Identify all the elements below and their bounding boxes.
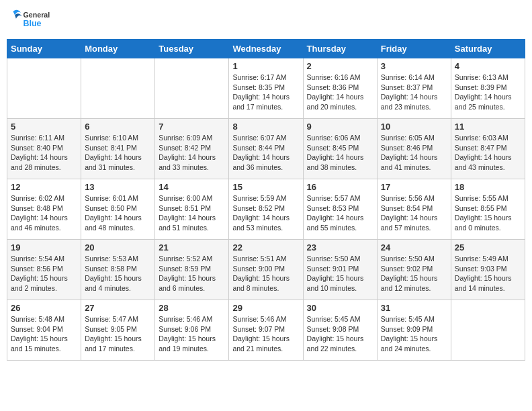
week-row-1: 1Sunrise: 6:17 AM Sunset: 8:35 PM Daylig… (7, 58, 525, 119)
day-number: 25 (455, 242, 521, 253)
day-info: Sunrise: 6:11 AM Sunset: 8:40 PM Dayligh… (11, 133, 77, 173)
week-row-4: 19Sunrise: 5:54 AM Sunset: 8:56 PM Dayli… (7, 240, 525, 300)
day-number: 23 (307, 242, 373, 253)
day-cell: 20Sunrise: 5:53 AM Sunset: 8:58 PM Dayli… (81, 240, 155, 300)
day-cell: 8Sunrise: 6:07 AM Sunset: 8:44 PM Daylig… (229, 119, 303, 179)
day-number: 30 (307, 303, 373, 313)
day-cell: 28Sunrise: 5:46 AM Sunset: 9:06 PM Dayli… (155, 300, 229, 361)
day-info: Sunrise: 5:54 AM Sunset: 8:56 PM Dayligh… (11, 254, 77, 293)
day-info: Sunrise: 5:47 AM Sunset: 9:05 PM Dayligh… (85, 314, 151, 354)
day-info: Sunrise: 6:03 AM Sunset: 8:47 PM Dayligh… (455, 133, 521, 173)
day-cell: 10Sunrise: 6:05 AM Sunset: 8:46 PM Dayli… (377, 119, 451, 179)
day-cell (451, 300, 525, 361)
week-row-2: 5Sunrise: 6:11 AM Sunset: 8:40 PM Daylig… (7, 119, 525, 179)
column-header-thursday: Thursday (303, 40, 377, 58)
day-info: Sunrise: 5:53 AM Sunset: 8:58 PM Dayligh… (85, 254, 151, 293)
day-number: 3 (381, 61, 447, 71)
day-info: Sunrise: 5:55 AM Sunset: 8:55 PM Dayligh… (455, 193, 521, 233)
day-info: Sunrise: 6:17 AM Sunset: 8:35 PM Dayligh… (232, 73, 299, 112)
day-number: 6 (85, 122, 151, 132)
day-number: 26 (11, 303, 77, 313)
day-number: 4 (455, 61, 521, 71)
day-cell (81, 58, 155, 119)
day-cell (155, 58, 229, 119)
svg-text:Blue: Blue (24, 19, 42, 28)
day-cell: 12Sunrise: 6:02 AM Sunset: 8:48 PM Dayli… (7, 179, 81, 240)
day-number: 11 (455, 122, 521, 132)
day-info: Sunrise: 5:50 AM Sunset: 9:02 PM Dayligh… (381, 254, 447, 293)
day-number: 9 (307, 122, 373, 132)
day-cell: 25Sunrise: 5:49 AM Sunset: 9:03 PM Dayli… (451, 240, 525, 300)
day-number: 15 (232, 182, 299, 192)
day-number: 10 (381, 122, 447, 132)
day-number: 21 (159, 242, 225, 253)
day-info: Sunrise: 5:59 AM Sunset: 8:52 PM Dayligh… (232, 193, 299, 233)
day-cell: 18Sunrise: 5:55 AM Sunset: 8:55 PM Dayli… (451, 179, 525, 240)
day-number: 28 (159, 303, 225, 313)
day-cell: 7Sunrise: 6:09 AM Sunset: 8:42 PM Daylig… (155, 119, 229, 179)
day-number: 2 (307, 61, 373, 71)
day-info: Sunrise: 5:56 AM Sunset: 8:54 PM Dayligh… (381, 193, 447, 233)
column-header-tuesday: Tuesday (155, 40, 229, 58)
day-cell: 31Sunrise: 5:45 AM Sunset: 9:09 PM Dayli… (377, 300, 451, 361)
day-cell: 4Sunrise: 6:13 AM Sunset: 8:39 PM Daylig… (451, 58, 525, 119)
day-info: Sunrise: 5:45 AM Sunset: 9:08 PM Dayligh… (307, 314, 373, 354)
day-info: Sunrise: 6:00 AM Sunset: 8:51 PM Dayligh… (159, 193, 225, 233)
day-info: Sunrise: 5:57 AM Sunset: 8:53 PM Dayligh… (307, 193, 373, 233)
day-cell: 5Sunrise: 6:11 AM Sunset: 8:40 PM Daylig… (7, 119, 81, 179)
day-info: Sunrise: 6:01 AM Sunset: 8:50 PM Dayligh… (85, 193, 151, 233)
day-cell: 19Sunrise: 5:54 AM Sunset: 8:56 PM Dayli… (7, 240, 81, 300)
column-header-saturday: Saturday (451, 40, 525, 58)
day-cell: 16Sunrise: 5:57 AM Sunset: 8:53 PM Dayli… (303, 179, 377, 240)
day-cell: 15Sunrise: 5:59 AM Sunset: 8:52 PM Dayli… (229, 179, 303, 240)
day-number: 31 (381, 303, 447, 313)
day-info: Sunrise: 6:14 AM Sunset: 8:37 PM Dayligh… (381, 73, 447, 112)
day-cell: 23Sunrise: 5:50 AM Sunset: 9:01 PM Dayli… (303, 240, 377, 300)
day-number: 18 (455, 182, 521, 192)
day-info: Sunrise: 5:48 AM Sunset: 9:04 PM Dayligh… (11, 314, 77, 354)
day-info: Sunrise: 5:52 AM Sunset: 8:59 PM Dayligh… (159, 254, 225, 293)
week-row-3: 12Sunrise: 6:02 AM Sunset: 8:48 PM Dayli… (7, 179, 525, 240)
day-number: 24 (381, 242, 447, 253)
logo-image: General Blue (10, 7, 64, 34)
day-cell: 13Sunrise: 6:01 AM Sunset: 8:50 PM Dayli… (81, 179, 155, 240)
page-header: General Blue (7, 7, 525, 34)
day-info: Sunrise: 5:46 AM Sunset: 9:06 PM Dayligh… (159, 314, 225, 354)
day-number: 29 (232, 303, 299, 313)
week-row-5: 26Sunrise: 5:48 AM Sunset: 9:04 PM Dayli… (7, 300, 525, 361)
day-info: Sunrise: 6:07 AM Sunset: 8:44 PM Dayligh… (232, 133, 299, 173)
header-row: SundayMondayTuesdayWednesdayThursdayFrid… (7, 40, 525, 58)
day-cell: 17Sunrise: 5:56 AM Sunset: 8:54 PM Dayli… (377, 179, 451, 240)
column-header-friday: Friday (377, 40, 451, 58)
day-number: 22 (232, 242, 299, 253)
day-cell: 24Sunrise: 5:50 AM Sunset: 9:02 PM Dayli… (377, 240, 451, 300)
day-number: 14 (159, 182, 225, 192)
day-cell: 3Sunrise: 6:14 AM Sunset: 8:37 PM Daylig… (377, 58, 451, 119)
day-cell: 30Sunrise: 5:45 AM Sunset: 9:08 PM Dayli… (303, 300, 377, 361)
day-info: Sunrise: 5:45 AM Sunset: 9:09 PM Dayligh… (381, 314, 447, 354)
column-header-sunday: Sunday (7, 40, 81, 58)
day-info: Sunrise: 6:02 AM Sunset: 8:48 PM Dayligh… (11, 193, 77, 233)
day-number: 8 (232, 122, 299, 132)
day-number: 17 (381, 182, 447, 192)
column-header-monday: Monday (81, 40, 155, 58)
svg-text:General: General (24, 11, 50, 19)
day-cell: 9Sunrise: 6:06 AM Sunset: 8:45 PM Daylig… (303, 119, 377, 179)
day-cell: 22Sunrise: 5:51 AM Sunset: 9:00 PM Dayli… (229, 240, 303, 300)
day-number: 7 (159, 122, 225, 132)
day-number: 27 (85, 303, 151, 313)
calendar-table: SundayMondayTuesdayWednesdayThursdayFrid… (7, 39, 525, 361)
day-info: Sunrise: 5:49 AM Sunset: 9:03 PM Dayligh… (455, 254, 521, 293)
day-number: 19 (11, 242, 77, 253)
day-number: 5 (11, 122, 77, 132)
day-cell: 6Sunrise: 6:10 AM Sunset: 8:41 PM Daylig… (81, 119, 155, 179)
day-cell: 26Sunrise: 5:48 AM Sunset: 9:04 PM Dayli… (7, 300, 81, 361)
logo: General Blue (10, 7, 64, 34)
day-cell: 21Sunrise: 5:52 AM Sunset: 8:59 PM Dayli… (155, 240, 229, 300)
day-number: 20 (85, 242, 151, 253)
day-info: Sunrise: 6:13 AM Sunset: 8:39 PM Dayligh… (455, 73, 521, 112)
day-number: 1 (232, 61, 299, 71)
day-cell: 2Sunrise: 6:16 AM Sunset: 8:36 PM Daylig… (303, 58, 377, 119)
day-info: Sunrise: 6:05 AM Sunset: 8:46 PM Dayligh… (381, 133, 447, 173)
day-info: Sunrise: 6:16 AM Sunset: 8:36 PM Dayligh… (307, 73, 373, 112)
